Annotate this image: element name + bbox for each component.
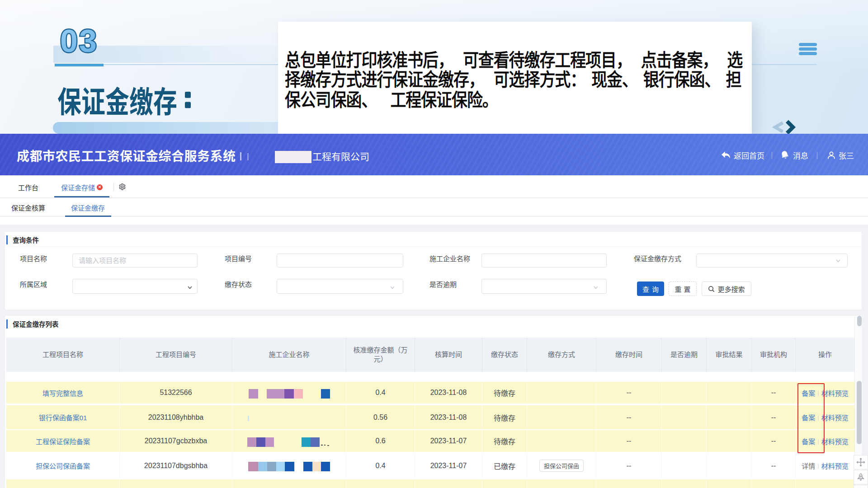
svg-text:03: 03 — [60, 26, 98, 59]
